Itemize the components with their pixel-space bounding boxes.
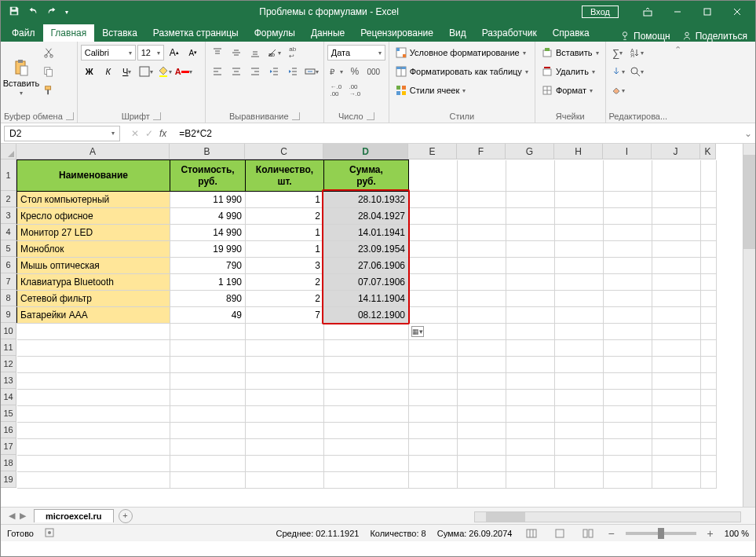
header-cell[interactable]: Сумма,руб. [324,160,409,192]
cell[interactable]: 2 [246,291,324,307]
row-header-19[interactable]: 19 [1,471,16,488]
tab-разметка страницы[interactable]: Разметка страницы [145,24,247,42]
cell[interactable]: 28.04.1927 [324,208,409,225]
cell[interactable]: 1 [246,225,324,241]
fx-icon[interactable]: fx [159,128,166,139]
row-header-14[interactable]: 14 [1,389,16,405]
underline-icon[interactable]: Ч▾ [119,63,136,80]
currency-icon[interactable]: ₽▾ [327,63,345,80]
format-as-table-button[interactable]: Форматировать как таблицу▾ [393,63,531,80]
align-bottom-icon[interactable] [247,44,264,61]
cell[interactable]: Стол компьютерный [17,192,170,208]
cell[interactable]: Мышь оптическая [17,258,170,274]
undo-icon[interactable] [27,5,38,19]
decrease-indent-icon[interactable] [265,63,283,80]
cell[interactable]: 08.12.1900 [324,307,409,324]
autosum-icon[interactable]: ∑▾ [609,44,626,61]
header-cell[interactable]: Стоимость,руб. [170,160,246,192]
align-top-icon[interactable] [209,44,226,61]
italic-icon[interactable]: К [100,63,117,80]
tab-вставка[interactable]: Вставка [94,24,145,42]
border-icon[interactable]: ▾ [137,63,155,80]
percent-icon[interactable]: % [346,63,363,80]
view-page-break-icon[interactable] [579,527,597,540]
maximize-icon[interactable] [694,3,721,20]
col-header-G[interactable]: G [506,144,554,159]
merge-icon[interactable]: ▾ [303,63,320,80]
redo-icon[interactable] [46,5,57,19]
comma-icon[interactable]: 000 [365,63,382,80]
macro-record-icon[interactable] [45,528,54,539]
tab-справка[interactable]: Справка [545,24,597,42]
row-header-17[interactable]: 17 [1,438,16,455]
cell[interactable]: 2 [246,274,324,291]
tab-данные[interactable]: Данные [303,24,352,42]
cancel-formula-icon[interactable]: ✕ [131,128,139,139]
row-header-15[interactable]: 15 [1,405,16,422]
name-box[interactable]: D2▾ [4,126,120,141]
cell[interactable]: 1 [246,192,324,208]
cell[interactable]: 19 990 [170,241,246,258]
cell[interactable]: Сетевой фильтр [17,291,170,307]
qat-customize-icon[interactable]: ▾ [65,9,68,16]
font-name-select[interactable]: Calibri▾ [81,45,136,60]
col-header-K[interactable]: K [700,144,716,159]
delete-cells-button[interactable]: Удалить▾ [539,63,602,80]
align-center-icon[interactable] [228,63,245,80]
row-header-11[interactable]: 11 [1,339,16,356]
insert-cells-button[interactable]: Вставить▾ [539,44,602,61]
fill-color-icon[interactable]: ▾ [156,63,173,80]
header-cell[interactable]: Наименование [17,160,170,192]
tab-файл[interactable]: Файл [4,24,43,42]
copy-icon[interactable] [40,63,57,80]
col-header-B[interactable]: B [170,144,245,159]
row-header-9[interactable]: 9 [1,306,16,323]
row-header-1[interactable]: 1 [1,159,16,191]
close-icon[interactable] [724,3,751,20]
row-header-6[interactable]: 6 [1,257,16,273]
cell[interactable]: 11 990 [170,192,246,208]
horizontal-scrollbar[interactable] [474,511,741,522]
view-page-layout-icon[interactable] [551,527,568,540]
row-header-12[interactable]: 12 [1,356,16,372]
view-normal-icon[interactable] [523,527,540,540]
sheet-nav-next-icon[interactable]: ▶ [20,511,26,521]
cut-icon[interactable] [40,44,57,61]
row-header-3[interactable]: 3 [1,207,16,224]
enter-formula-icon[interactable]: ✓ [145,128,153,139]
signin-button[interactable]: Вход [582,5,619,18]
zoom-slider[interactable] [626,532,696,535]
ribbon-collapse-icon[interactable]: ⌃ [670,42,685,123]
spreadsheet-grid[interactable]: ABCDEFGHIJK 1234567891011121314151617181… [1,144,755,507]
select-all-corner[interactable] [1,144,16,159]
tab-формулы[interactable]: Формулы [247,24,303,42]
increase-indent-icon[interactable] [284,63,301,80]
cell[interactable]: 27.06.1906 [324,258,409,274]
tab-вид[interactable]: Вид [441,24,474,42]
row-header-4[interactable]: 4 [1,224,16,240]
col-header-J[interactable]: J [652,144,700,159]
save-icon[interactable] [9,5,20,19]
row-header-10[interactable]: 10 [1,323,16,339]
conditional-format-button[interactable]: Условное форматирование▾ [393,44,531,61]
cell[interactable]: 14 990 [170,225,246,241]
share-button[interactable]: Поделиться [681,31,747,42]
align-right-icon[interactable] [247,63,264,80]
bold-icon[interactable]: Ж [81,63,98,80]
cell[interactable]: 07.07.1906 [324,274,409,291]
decrease-font-icon[interactable]: A▾ [184,44,202,61]
cell[interactable]: Моноблок [17,241,170,258]
col-header-E[interactable]: E [408,144,457,159]
wrap-text-icon[interactable]: ab↩ [284,44,301,61]
row-header-13[interactable]: 13 [1,372,16,389]
clear-icon[interactable]: ▾ [609,82,626,99]
col-header-H[interactable]: H [554,144,603,159]
autofill-options-icon[interactable]: ▦▾ [411,326,424,337]
row-header-8[interactable]: 8 [1,290,16,306]
cell[interactable]: 1 190 [170,274,246,291]
find-icon[interactable]: ▾ [628,63,645,80]
increase-decimal-icon[interactable]: ←.0.00 [327,82,345,99]
cell[interactable]: Монитор 27 LED [17,225,170,241]
cell[interactable]: 790 [170,258,246,274]
font-color-icon[interactable]: А▾ [175,63,192,80]
